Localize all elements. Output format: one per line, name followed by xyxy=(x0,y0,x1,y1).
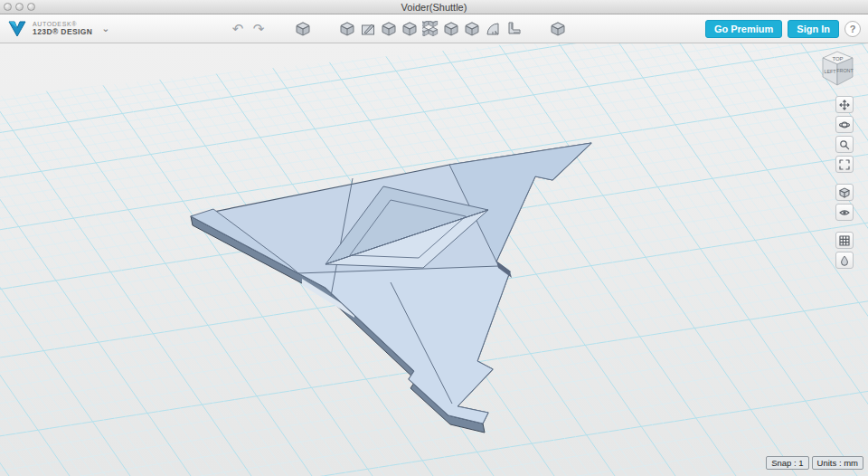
zoom-icon xyxy=(839,139,850,150)
redo-button[interactable]: ↷ xyxy=(249,18,269,40)
measure-icon xyxy=(485,21,501,37)
pan-button[interactable] xyxy=(835,96,854,113)
view-cube-front-label: FRONT xyxy=(836,68,854,73)
grid-toggle-button[interactable] xyxy=(835,232,854,249)
material-view-button[interactable] xyxy=(835,252,854,269)
transform-button[interactable] xyxy=(293,18,314,40)
material-button[interactable] xyxy=(548,18,569,40)
model-shuttle[interactable] xyxy=(191,143,591,433)
modify-button[interactable] xyxy=(400,18,420,40)
redo-icon: ↷ xyxy=(253,22,265,35)
transform-icon xyxy=(295,21,311,37)
fit-view-icon xyxy=(839,159,850,170)
app-toolbar: AUTODESK® 123D® DESIGN ⌄ ↶ ↷ xyxy=(0,14,868,43)
sketch-icon xyxy=(360,21,376,37)
window-title: Voider(Shuttle) xyxy=(401,2,467,13)
ruler-icon xyxy=(505,21,522,37)
window-zoom-button[interactable] xyxy=(27,3,35,11)
chevron-down-icon[interactable]: ⌄ xyxy=(101,23,109,34)
construct-button[interactable] xyxy=(379,18,400,40)
primitives-button[interactable] xyxy=(337,18,358,40)
primitives-icon xyxy=(339,21,355,37)
zoom-button[interactable] xyxy=(835,136,854,153)
paint-drop-icon xyxy=(839,255,850,266)
shaded-view-icon xyxy=(839,187,850,198)
visibility-button[interactable] xyxy=(835,204,854,221)
pattern-button[interactable] xyxy=(420,18,441,40)
modify-icon xyxy=(401,21,418,37)
orbit-button[interactable] xyxy=(835,116,854,133)
window-minimize-button[interactable] xyxy=(15,3,24,11)
measure-button[interactable] xyxy=(483,18,504,40)
model-layer xyxy=(0,43,868,476)
app-logo[interactable]: AUTODESK® 123D® DESIGN ⌄ xyxy=(7,20,110,38)
combine-icon xyxy=(464,21,480,37)
window-titlebar: Voider(Shuttle) xyxy=(0,0,868,14)
main-tool-strip: ↶ ↷ xyxy=(228,18,569,40)
viewport-3d[interactable]: TOP LEFT FRONT xyxy=(0,43,868,476)
construct-icon xyxy=(381,21,397,37)
brand-line2: 123D® DESIGN xyxy=(33,28,92,36)
pattern-icon xyxy=(422,21,439,37)
view-cube-top-label: TOP xyxy=(832,56,843,62)
view-cube[interactable]: TOP LEFT FRONT xyxy=(816,47,859,92)
navigation-toolbar xyxy=(835,96,854,269)
grouping-icon xyxy=(443,21,459,37)
undo-icon: ↶ xyxy=(232,22,244,35)
sketch-button[interactable] xyxy=(358,18,379,40)
eye-icon xyxy=(839,207,850,218)
help-button[interactable]: ? xyxy=(844,21,861,37)
fit-view-button[interactable] xyxy=(835,156,854,173)
material-icon xyxy=(550,21,566,37)
brand-text: AUTODESK® 123D® DESIGN xyxy=(33,21,92,36)
account-actions: Go Premium Sign In ? xyxy=(705,20,861,38)
orbit-icon xyxy=(839,119,850,130)
units-setting[interactable]: Units : mm xyxy=(812,456,863,470)
pan-icon xyxy=(839,100,850,110)
status-bar: Snap : 1 Units : mm xyxy=(766,456,863,470)
model-lower-wing-facet xyxy=(298,266,510,424)
autodesk-123d-logo-icon xyxy=(7,20,27,38)
sign-in-button[interactable]: Sign In xyxy=(788,20,839,38)
snap-setting[interactable]: Snap : 1 xyxy=(766,456,808,470)
grouping-button[interactable] xyxy=(441,18,462,40)
shaded-view-button[interactable] xyxy=(835,184,854,201)
grid-icon xyxy=(839,235,850,246)
window-close-button[interactable] xyxy=(4,3,12,11)
undo-button[interactable]: ↶ xyxy=(228,18,249,40)
go-premium-button[interactable]: Go Premium xyxy=(705,20,782,38)
view-cube-left-label: LEFT xyxy=(824,69,836,74)
ruler-button[interactable] xyxy=(504,18,524,40)
window-controls[interactable] xyxy=(4,3,35,11)
combine-button[interactable] xyxy=(462,18,483,40)
